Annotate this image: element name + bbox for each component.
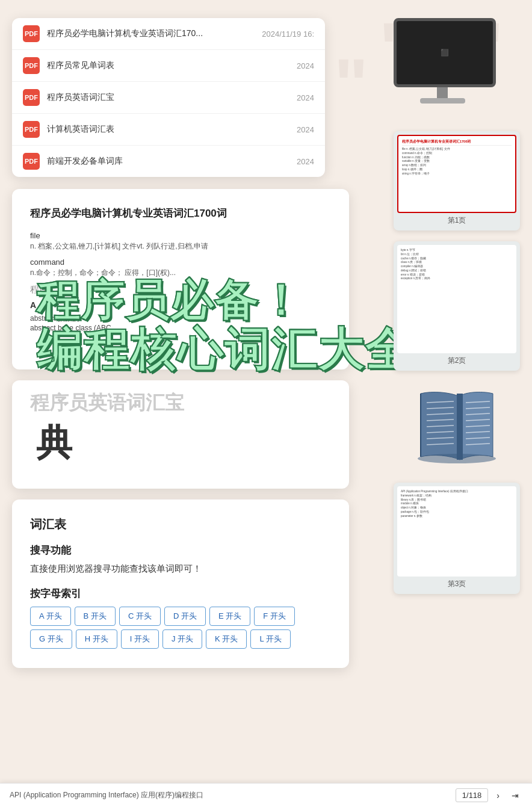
- file-list-panel: PDF 程序员必学电脑计算机专业英语词汇170... 2024/11/19 16…: [12, 18, 325, 177]
- doc-def: n. 档案,公文箱,锉刀,[计算机] 文件vt. 列队行进,归档,申请: [30, 241, 331, 252]
- doc-word: command: [30, 258, 331, 267]
- features-panel: 词汇表 搜寻功能 直接使用浏览器搜寻功能查找该单词即可！ 按字母索引 A 开头 …: [12, 499, 349, 668]
- file-date: 2024: [297, 157, 314, 166]
- file-row[interactable]: PDF 程序员英语词汇宝 2024: [12, 82, 325, 114]
- alpha-btn-f[interactable]: F 开头: [254, 607, 295, 626]
- monitor-base: [420, 98, 465, 104]
- pdf-icon: PDF: [23, 89, 40, 106]
- next-page-button[interactable]: ›: [493, 789, 503, 802]
- alpha-btn-i[interactable]: I 开头: [121, 629, 159, 649]
- main-container: PDF 程序员必学电脑计算机专业英语词汇170... 2024/11/19 16…: [0, 0, 532, 727]
- book-image: [403, 382, 511, 472]
- page-current: 1: [462, 791, 466, 800]
- page-total: 118: [469, 791, 482, 800]
- alpha-btn-j[interactable]: J 开头: [162, 629, 202, 649]
- preview-page-3-container[interactable]: API (Application Programming Interface) …: [394, 483, 520, 594]
- monitor-neck: [437, 87, 448, 98]
- file-row[interactable]: PDF 程序员必学电脑计算机专业英语词汇170... 2024/11/19 16…: [12, 18, 325, 50]
- alpha-btn-h[interactable]: H 开头: [76, 629, 117, 649]
- preview-page-2-container[interactable]: byte n.字节 bit n.位；比特 cache n.缓存；隐藏 class…: [394, 241, 520, 371]
- doc-title: 程序员必学电脑计算机专业英语词汇1700词: [30, 206, 331, 221]
- file-name: 程序员必学电脑计算机专业英语词汇170...: [47, 28, 255, 39]
- bottom-bar-text: API (Application Programming Interface) …: [10, 790, 456, 800]
- doc-word: file: [30, 231, 331, 240]
- search-feature-title: 搜寻功能: [30, 543, 331, 557]
- file-name: 程序员常见单词表: [47, 60, 289, 71]
- file-row[interactable]: PDF 计算机英语词汇表 2024: [12, 114, 325, 146]
- alpha-btn-c[interactable]: C 开头: [119, 607, 161, 626]
- alpha-index-title: 按字母索引: [30, 587, 331, 601]
- file-name: 程序员英语词汇宝: [47, 92, 289, 103]
- file-date: 2024: [297, 125, 314, 134]
- left-column: PDF 程序员必学电脑计算机专业英语词汇170... 2024/11/19 16…: [12, 18, 394, 679]
- top-row: PDF 程序员必学电脑计算机专业英语词汇170... 2024/11/19 16…: [12, 18, 520, 679]
- file-name: 计算机英语词汇表: [47, 124, 289, 135]
- preview-page-1-content: file n. 档案,公文箱,锉刀,[计算机] 文件 command n.命令；…: [402, 147, 512, 176]
- book-decoration-area: [394, 382, 520, 472]
- file-date: 2024/11/19 16:: [262, 29, 314, 39]
- pdf-icon: PDF: [23, 57, 40, 74]
- bottom-navigation-bar: API (Application Programming Interface) …: [0, 783, 532, 807]
- book-svg: [403, 382, 511, 472]
- preview-page-3-label: 第3页: [397, 577, 516, 590]
- svg-rect-0: [457, 394, 463, 460]
- doc2-large-char: 典: [36, 419, 331, 468]
- doc2-large-text: 程序员英语词汇宝: [30, 390, 331, 416]
- doc-abc-entry-1: abstract 抽象的: [30, 314, 331, 324]
- pdf-icon: PDF: [23, 121, 40, 138]
- preview-page-1-title: 程序员必学电脑计算机专业英语词汇1700词: [402, 140, 512, 146]
- alphabet-grid: A 开头 B 开头 C 开头 D 开头 E 开头 F 开头 G 开头 H 开头 …: [30, 607, 331, 649]
- alpha-btn-e[interactable]: E 开头: [209, 607, 250, 626]
- alpha-btn-a[interactable]: A 开头: [30, 607, 71, 626]
- bottom-spacer: [12, 679, 520, 715]
- document-panel-2: 程序员英语词汇宝 典: [12, 380, 349, 489]
- last-page-button[interactable]: ⇥: [508, 789, 522, 802]
- preview-page-2-label: 第2页: [397, 353, 516, 367]
- features-title: 词汇表: [30, 516, 331, 533]
- monitor-area: ⬛: [394, 18, 520, 120]
- file-row[interactable]: PDF 前端开发必备单词库 2024: [12, 146, 325, 177]
- preview-page-3-content: API (Application Programming Interface) …: [401, 490, 513, 518]
- preview-page-2: byte n.字节 bit n.位；比特 cache n.缓存；隐藏 class…: [397, 245, 516, 353]
- svg-point-17: [418, 454, 496, 463]
- right-column: ⬛ 程序员必学电脑计算机专业英语词汇1700词 file n. 档案,公文箱,锉…: [394, 18, 520, 679]
- pdf-icon: PDF: [23, 153, 40, 170]
- alpha-btn-g[interactable]: G 开头: [30, 629, 72, 649]
- preview-page-1-container[interactable]: 程序员必学电脑计算机专业英语词汇1700词 file n. 档案,公文箱,锉刀,…: [394, 131, 520, 230]
- file-date: 2024: [297, 93, 314, 102]
- alpha-btn-l[interactable]: L 开头: [250, 629, 290, 649]
- preview-page-1: 程序员必学电脑计算机专业英语词汇1700词 file n. 档案,公文箱,锉刀,…: [397, 135, 516, 213]
- file-date: 2024: [297, 61, 314, 70]
- alpha-btn-d[interactable]: D 开头: [164, 607, 206, 626]
- doc-entry-command: command n.命令；控制，命令；命令； 应得，[口](权)...: [30, 258, 331, 278]
- preview-page-3: API (Application Programming Interface) …: [397, 486, 516, 577]
- pdf-icon: PDF: [23, 25, 40, 42]
- page-info: 1/118: [456, 788, 489, 802]
- doc-letter: A: [30, 300, 331, 310]
- preview-page-2-content: byte n.字节 bit n.位；比特 cache n.缓存；隐藏 class…: [401, 249, 513, 281]
- doc-def: n.命令；控制，命令；命令； 应得，[口](权)...: [30, 268, 331, 278]
- search-feature-body: 直接使用浏览器搜寻功能查找该单词即可！: [30, 563, 331, 575]
- preview-page-1-label: 第1页: [397, 213, 516, 227]
- doc-abc-entry-2: abstract base class (ABC...: [30, 324, 331, 332]
- pagination: 1/118 › ⇥: [456, 788, 522, 802]
- alpha-btn-k[interactable]: K 开头: [206, 629, 247, 649]
- alpha-btn-b[interactable]: B 开头: [75, 607, 116, 626]
- file-row[interactable]: PDF 程序员常见单词表 2024: [12, 50, 325, 82]
- file-name: 前端开发必备单词库: [47, 156, 289, 167]
- document-panel-1: 程序员必学电脑计算机专业英语词汇1700词 file n. 档案,公文箱,锉刀,…: [12, 189, 349, 369]
- doc-subtitle: 程序: [30, 284, 331, 295]
- monitor-screen: ⬛: [394, 18, 496, 87]
- doc-entry-file: file n. 档案,公文箱,锉刀,[计算机] 文件vt. 列队行进,归档,申请: [30, 231, 331, 252]
